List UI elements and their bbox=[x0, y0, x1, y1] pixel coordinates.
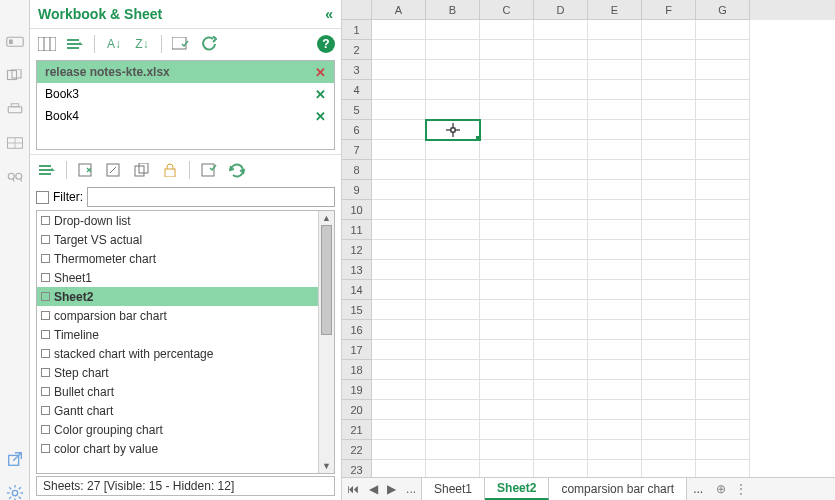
row-header[interactable]: 21 bbox=[342, 420, 372, 440]
cell[interactable] bbox=[588, 320, 642, 340]
cell[interactable] bbox=[426, 80, 480, 100]
column-header[interactable]: A bbox=[372, 0, 426, 20]
sheet-icon[interactable] bbox=[6, 69, 24, 85]
cell[interactable] bbox=[480, 140, 534, 160]
cell[interactable] bbox=[372, 320, 426, 340]
cell[interactable] bbox=[642, 160, 696, 180]
cell[interactable] bbox=[696, 220, 750, 240]
cell[interactable] bbox=[534, 120, 588, 140]
column-header[interactable]: E bbox=[588, 0, 642, 20]
cell[interactable] bbox=[534, 280, 588, 300]
cell[interactable] bbox=[642, 40, 696, 60]
cell[interactable] bbox=[534, 320, 588, 340]
cell[interactable] bbox=[480, 380, 534, 400]
external-link-icon[interactable] bbox=[6, 450, 24, 466]
options-icon[interactable] bbox=[170, 33, 192, 55]
sheet-item[interactable]: Sheet2 bbox=[37, 287, 318, 306]
sheet-item[interactable]: stacked chart with percentage bbox=[37, 344, 318, 363]
row-header[interactable]: 3 bbox=[342, 60, 372, 80]
sheet-tab[interactable]: Sheet1 bbox=[422, 478, 485, 500]
cell[interactable] bbox=[426, 440, 480, 460]
row-header[interactable]: 10 bbox=[342, 200, 372, 220]
sheet-item[interactable]: Gantt chart bbox=[37, 401, 318, 420]
add-sheet-icon[interactable]: ⊕ bbox=[709, 478, 733, 500]
cell[interactable] bbox=[534, 460, 588, 477]
cell[interactable] bbox=[372, 60, 426, 80]
cell[interactable] bbox=[372, 140, 426, 160]
cell[interactable] bbox=[426, 400, 480, 420]
cell[interactable] bbox=[696, 180, 750, 200]
sheet-checkbox[interactable] bbox=[41, 349, 50, 358]
cell[interactable] bbox=[534, 100, 588, 120]
cell[interactable] bbox=[534, 340, 588, 360]
select-all-corner[interactable] bbox=[342, 0, 372, 20]
cell[interactable] bbox=[588, 260, 642, 280]
cell[interactable] bbox=[426, 340, 480, 360]
cell[interactable] bbox=[696, 200, 750, 220]
copy-sheet-icon[interactable] bbox=[131, 159, 153, 181]
rename-sheet-icon[interactable] bbox=[103, 159, 125, 181]
row-header[interactable]: 5 bbox=[342, 100, 372, 120]
cell[interactable] bbox=[480, 460, 534, 477]
cell[interactable] bbox=[372, 220, 426, 240]
scroll-up-icon[interactable]: ▲ bbox=[319, 211, 334, 225]
cell[interactable] bbox=[642, 300, 696, 320]
cell[interactable] bbox=[480, 40, 534, 60]
cell[interactable] bbox=[480, 60, 534, 80]
sheet-item[interactable]: Drop-down list bbox=[37, 211, 318, 230]
sheet-item[interactable]: comparsion bar chart bbox=[37, 306, 318, 325]
cell[interactable] bbox=[372, 80, 426, 100]
sheet-item[interactable]: Sheet1 bbox=[37, 268, 318, 287]
scroll-down-icon[interactable]: ▼ bbox=[319, 459, 334, 473]
cell[interactable] bbox=[480, 340, 534, 360]
cell[interactable] bbox=[642, 380, 696, 400]
cell[interactable] bbox=[588, 20, 642, 40]
cell[interactable] bbox=[588, 100, 642, 120]
cell[interactable] bbox=[480, 420, 534, 440]
workbook-item[interactable]: Book4✕ bbox=[37, 105, 334, 127]
cell[interactable] bbox=[696, 40, 750, 60]
cell[interactable] bbox=[588, 60, 642, 80]
column-header[interactable]: C bbox=[480, 0, 534, 20]
cell[interactable] bbox=[696, 260, 750, 280]
cell[interactable] bbox=[696, 100, 750, 120]
cell[interactable] bbox=[588, 280, 642, 300]
cell[interactable] bbox=[696, 300, 750, 320]
cell[interactable] bbox=[642, 420, 696, 440]
sheet-checkbox[interactable] bbox=[41, 368, 50, 377]
cell[interactable] bbox=[534, 140, 588, 160]
cell[interactable] bbox=[696, 380, 750, 400]
cell[interactable] bbox=[372, 460, 426, 477]
cell[interactable] bbox=[696, 400, 750, 420]
cell[interactable] bbox=[480, 320, 534, 340]
cell[interactable] bbox=[480, 360, 534, 380]
cell[interactable] bbox=[426, 140, 480, 160]
cell[interactable] bbox=[534, 40, 588, 60]
collapse-panel-icon[interactable]: « bbox=[325, 6, 333, 22]
cell[interactable] bbox=[426, 320, 480, 340]
cell[interactable] bbox=[696, 140, 750, 160]
cell[interactable] bbox=[696, 120, 750, 140]
row-header[interactable]: 7 bbox=[342, 140, 372, 160]
row-header[interactable]: 8 bbox=[342, 160, 372, 180]
find-icon[interactable] bbox=[6, 171, 24, 187]
cell[interactable] bbox=[588, 300, 642, 320]
gear-icon[interactable] bbox=[6, 484, 24, 500]
cell[interactable] bbox=[642, 240, 696, 260]
cell[interactable] bbox=[426, 20, 480, 40]
cell[interactable] bbox=[372, 100, 426, 120]
cell[interactable] bbox=[642, 260, 696, 280]
cell[interactable] bbox=[696, 340, 750, 360]
cell[interactable] bbox=[480, 260, 534, 280]
cell[interactable] bbox=[696, 420, 750, 440]
cell[interactable] bbox=[372, 280, 426, 300]
workbook-item[interactable]: Book3✕ bbox=[37, 83, 334, 105]
cell[interactable] bbox=[372, 380, 426, 400]
cell[interactable] bbox=[534, 440, 588, 460]
cell[interactable] bbox=[642, 60, 696, 80]
cell[interactable] bbox=[480, 220, 534, 240]
column-header[interactable]: G bbox=[696, 0, 750, 20]
cell[interactable] bbox=[372, 40, 426, 60]
grid-icon[interactable] bbox=[6, 137, 24, 153]
cell[interactable] bbox=[696, 240, 750, 260]
